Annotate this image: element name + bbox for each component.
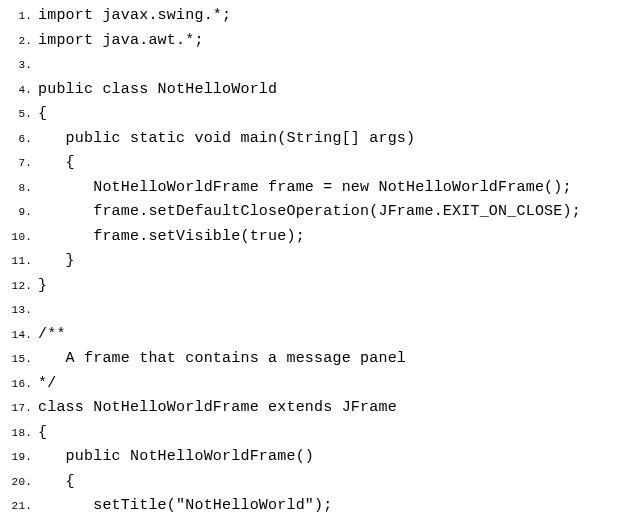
code-row: 10. frame.setVisible(true); bbox=[4, 225, 640, 250]
line-number: 3. bbox=[4, 53, 38, 78]
line-number: 5. bbox=[4, 102, 38, 127]
line-number: 19. bbox=[4, 445, 38, 470]
code-text: { bbox=[38, 421, 47, 446]
code-row: 6. public static void main(String[] args… bbox=[4, 127, 640, 152]
line-number: 10. bbox=[4, 225, 38, 250]
code-text: import javax.swing.*; bbox=[38, 4, 231, 29]
line-number: 21. bbox=[4, 494, 38, 519]
code-text: public NotHelloWorldFrame() bbox=[38, 445, 314, 470]
code-row: 13. bbox=[4, 298, 640, 323]
code-text: /** bbox=[38, 323, 66, 348]
code-row: 17.class NotHelloWorldFrame extends JFra… bbox=[4, 396, 640, 421]
code-row: 19. public NotHelloWorldFrame() bbox=[4, 445, 640, 470]
code-text: import java.awt.*; bbox=[38, 29, 204, 54]
code-row: 8. NotHelloWorldFrame frame = new NotHel… bbox=[4, 176, 640, 201]
code-text: public class NotHelloWorld bbox=[38, 78, 277, 103]
code-row: 11. } bbox=[4, 249, 640, 274]
line-number: 15. bbox=[4, 347, 38, 372]
code-row: 9. frame.setDefaultCloseOperation(JFrame… bbox=[4, 200, 640, 225]
code-listing: 1.import javax.swing.*;2.import java.awt… bbox=[0, 0, 640, 519]
code-row: 4.public class NotHelloWorld bbox=[4, 78, 640, 103]
code-text: { bbox=[38, 470, 75, 495]
code-row: 12.} bbox=[4, 274, 640, 299]
code-row: 5.{ bbox=[4, 102, 640, 127]
code-text: */ bbox=[38, 372, 56, 397]
line-number: 12. bbox=[4, 274, 38, 299]
code-row: 2.import java.awt.*; bbox=[4, 29, 640, 54]
code-row: 21. setTitle("NotHelloWorld"); bbox=[4, 494, 640, 519]
line-number: 4. bbox=[4, 78, 38, 103]
line-number: 2. bbox=[4, 29, 38, 54]
line-number: 8. bbox=[4, 176, 38, 201]
code-text: frame.setDefaultCloseOperation(JFrame.EX… bbox=[38, 200, 581, 225]
code-row: 1.import javax.swing.*; bbox=[4, 4, 640, 29]
line-number: 14. bbox=[4, 323, 38, 348]
code-text: } bbox=[38, 274, 47, 299]
code-row: 3. bbox=[4, 53, 640, 78]
code-text: } bbox=[38, 249, 75, 274]
line-number: 6. bbox=[4, 127, 38, 152]
code-row: 20. { bbox=[4, 470, 640, 495]
code-row: 16.*/ bbox=[4, 372, 640, 397]
code-text: frame.setVisible(true); bbox=[38, 225, 305, 250]
line-number: 11. bbox=[4, 249, 38, 274]
code-text: A frame that contains a message panel bbox=[38, 347, 406, 372]
code-text: public static void main(String[] args) bbox=[38, 127, 415, 152]
code-text: NotHelloWorldFrame frame = new NotHelloW… bbox=[38, 176, 572, 201]
code-text: { bbox=[38, 102, 47, 127]
code-row: 18.{ bbox=[4, 421, 640, 446]
line-number: 7. bbox=[4, 151, 38, 176]
code-row: 15. A frame that contains a message pane… bbox=[4, 347, 640, 372]
line-number: 9. bbox=[4, 200, 38, 225]
code-row: 14./** bbox=[4, 323, 640, 348]
code-text: { bbox=[38, 151, 75, 176]
code-text: class NotHelloWorldFrame extends JFrame bbox=[38, 396, 397, 421]
line-number: 16. bbox=[4, 372, 38, 397]
code-row: 7. { bbox=[4, 151, 640, 176]
line-number: 13. bbox=[4, 298, 38, 323]
line-number: 20. bbox=[4, 470, 38, 495]
line-number: 1. bbox=[4, 4, 38, 29]
code-text: setTitle("NotHelloWorld"); bbox=[38, 494, 332, 519]
line-number: 18. bbox=[4, 421, 38, 446]
line-number: 17. bbox=[4, 396, 38, 421]
